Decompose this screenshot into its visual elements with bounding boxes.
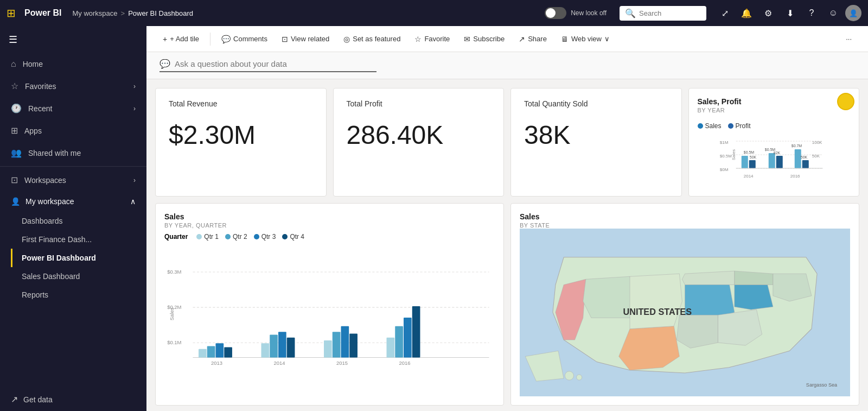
favorite-button[interactable]: ☆ Favorite bbox=[409, 31, 455, 47]
sales-profit-card: Sales, Profit BY YEAR Sales Profit bbox=[688, 88, 860, 197]
web-view-button[interactable]: 🖥 Web view ∨ bbox=[556, 31, 615, 47]
quarter-label: Quarter bbox=[164, 233, 188, 241]
svg-text:Sales: Sales bbox=[169, 307, 175, 320]
sales-by-quarter-card: Sales BY YEAR, QUARTER Quarter Qtr 1 Qtr… bbox=[155, 203, 504, 406]
expand-icon[interactable]: ⤢ bbox=[715, 3, 735, 23]
svg-rect-13 bbox=[776, 156, 782, 168]
add-tile-button[interactable]: + + Add tile bbox=[157, 31, 205, 47]
my-workspace-toggle[interactable]: 👤 My workspace ∧ bbox=[0, 191, 146, 212]
svg-rect-9 bbox=[749, 160, 755, 168]
qtr2-label: Qtr 2 bbox=[233, 233, 247, 241]
chevron-right-icon-3: › bbox=[133, 176, 136, 184]
search-input[interactable] bbox=[639, 9, 701, 17]
sales-dashboard-label: Sales Dashboard bbox=[22, 272, 80, 281]
breadcrumb: My workspace > Power BI Dashboard bbox=[72, 9, 532, 17]
sidebar-header[interactable]: ☰ bbox=[0, 26, 146, 53]
us-map-container: UNITED STATES Sargasso Sea bbox=[520, 229, 850, 396]
more-options-button[interactable]: ··· bbox=[840, 31, 857, 46]
quarter-legend: Quarter Qtr 1 Qtr 2 Qtr 3 bbox=[164, 233, 495, 241]
us-map-label: UNITED STATES bbox=[623, 307, 692, 317]
svg-text:$0.1M: $0.1M bbox=[167, 339, 181, 345]
sidebar-item-sales-dashboard[interactable]: Sales Dashboard bbox=[11, 267, 146, 286]
sidebar-item-power-bi-dashboard[interactable]: Power BI Dashboard bbox=[11, 249, 146, 267]
comments-button[interactable]: 💬 Comments bbox=[216, 31, 273, 47]
total-profit-card: Total Profit 286.40K bbox=[333, 88, 505, 197]
qtr1-dot bbox=[196, 234, 202, 239]
get-data-label: Get data bbox=[23, 395, 53, 404]
monitor-icon: 🖥 bbox=[561, 35, 569, 43]
svg-text:82K: 82K bbox=[773, 151, 780, 155]
svg-rect-46 bbox=[404, 318, 412, 358]
user-avatar[interactable]: 👤 bbox=[845, 5, 861, 21]
sidebar-item-reports[interactable]: Reports bbox=[11, 286, 146, 304]
svg-marker-56 bbox=[685, 282, 735, 318]
svg-rect-45 bbox=[395, 326, 403, 358]
total-revenue-card: Total Revenue $2.30M bbox=[155, 88, 327, 197]
breadcrumb-workspace[interactable]: My workspace bbox=[72, 9, 117, 17]
sidebar-item-apps[interactable]: ⊞ Apps bbox=[0, 119, 146, 142]
sidebar-item-workspaces[interactable]: ⊡ Workspaces › bbox=[0, 169, 146, 191]
svg-rect-33 bbox=[207, 346, 215, 358]
qtr1-legend: Qtr 1 bbox=[196, 233, 219, 241]
svg-rect-44 bbox=[387, 338, 395, 358]
sidebar-item-shared[interactable]: 👥 Shared with me bbox=[0, 142, 146, 164]
dashboard-grid: Total Revenue $2.30M Total Profit 286.40… bbox=[146, 79, 868, 411]
qtr3-dot bbox=[254, 234, 259, 239]
top-navigation: ⊞ Power BI My workspace > Power BI Dashb… bbox=[0, 0, 868, 26]
profit-legend-label: Profit bbox=[736, 122, 751, 130]
favorite-icon: ☆ bbox=[414, 35, 422, 43]
svg-rect-40 bbox=[324, 340, 332, 358]
sidebar-item-first-finance[interactable]: First Finance Dash... bbox=[11, 230, 146, 249]
qa-icon: 💬 bbox=[159, 59, 170, 69]
sidebar-favorites-label: Favorites bbox=[25, 82, 56, 91]
toggle-label: New look off bbox=[571, 9, 607, 17]
toggle-knob bbox=[546, 8, 556, 18]
search-box[interactable]: 🔍 bbox=[620, 6, 706, 21]
svg-rect-39 bbox=[287, 338, 295, 358]
sidebar-item-recent[interactable]: 🕐 Recent › bbox=[0, 97, 146, 119]
sidebar-item-dashboards[interactable]: Dashboards bbox=[11, 212, 146, 230]
svg-rect-47 bbox=[412, 306, 420, 358]
sidebar-item-favorites[interactable]: ☆ Favorites › bbox=[0, 75, 146, 97]
add-icon: + bbox=[163, 35, 167, 43]
qa-input-wrapper[interactable]: 💬 bbox=[159, 59, 376, 72]
emoji-icon[interactable]: ☺ bbox=[824, 3, 843, 23]
share-button[interactable]: ↗ Share bbox=[513, 31, 552, 47]
sales-state-title: Sales bbox=[520, 212, 850, 221]
star-icon: ☆ bbox=[11, 81, 18, 91]
download-icon[interactable]: ⬇ bbox=[780, 3, 800, 23]
search-icon: 🔍 bbox=[625, 8, 636, 18]
bell-icon[interactable]: 🔔 bbox=[737, 3, 756, 23]
help-icon[interactable]: ? bbox=[802, 3, 821, 23]
settings-icon[interactable]: ⚙ bbox=[758, 3, 778, 23]
qa-input[interactable] bbox=[175, 59, 376, 68]
svg-rect-38 bbox=[278, 332, 286, 357]
sidebar-item-home[interactable]: ⌂ Home bbox=[0, 53, 146, 75]
view-related-button[interactable]: ⊡ View related bbox=[276, 31, 335, 47]
featured-icon: ◎ bbox=[343, 35, 350, 43]
total-profit-value: 286.40K bbox=[347, 121, 491, 150]
qtr2-legend: Qtr 2 bbox=[225, 233, 247, 241]
qtr4-legend: Qtr 4 bbox=[282, 233, 304, 241]
qtr3-label: Qtr 3 bbox=[261, 233, 276, 241]
yellow-indicator bbox=[837, 93, 854, 110]
qtr2-dot bbox=[225, 234, 231, 239]
total-qty-card: Total Quantity Sold 38K bbox=[510, 88, 682, 197]
chevron-right-icon-2: › bbox=[133, 105, 136, 112]
sidebar-item-get-data[interactable]: ↗ Get data bbox=[0, 388, 146, 411]
qtr3-legend: Qtr 3 bbox=[254, 233, 276, 241]
main-content: + + Add tile 💬 Comments ⊡ View related ◎… bbox=[146, 26, 868, 411]
svg-marker-59 bbox=[630, 274, 682, 329]
sidebar-apps-label: Apps bbox=[24, 127, 42, 135]
svg-text:50K: 50K bbox=[800, 155, 807, 159]
set-featured-button[interactable]: ◎ Set as featured bbox=[338, 31, 406, 47]
new-look-toggle[interactable] bbox=[545, 7, 566, 19]
web-view-chevron: ∨ bbox=[604, 35, 610, 43]
sales-profit-legend: Sales Profit bbox=[698, 122, 851, 130]
waffle-icon[interactable]: ⊞ bbox=[7, 7, 16, 20]
sales-legend-label: Sales bbox=[705, 122, 722, 130]
sales-quarter-svg: $0.3M $0.2M $0.1M Sales bbox=[164, 245, 495, 396]
workspaces-icon: ⊡ bbox=[11, 175, 18, 185]
svg-marker-62 bbox=[773, 274, 812, 301]
subscribe-button[interactable]: ✉ Subscribe bbox=[458, 31, 510, 47]
